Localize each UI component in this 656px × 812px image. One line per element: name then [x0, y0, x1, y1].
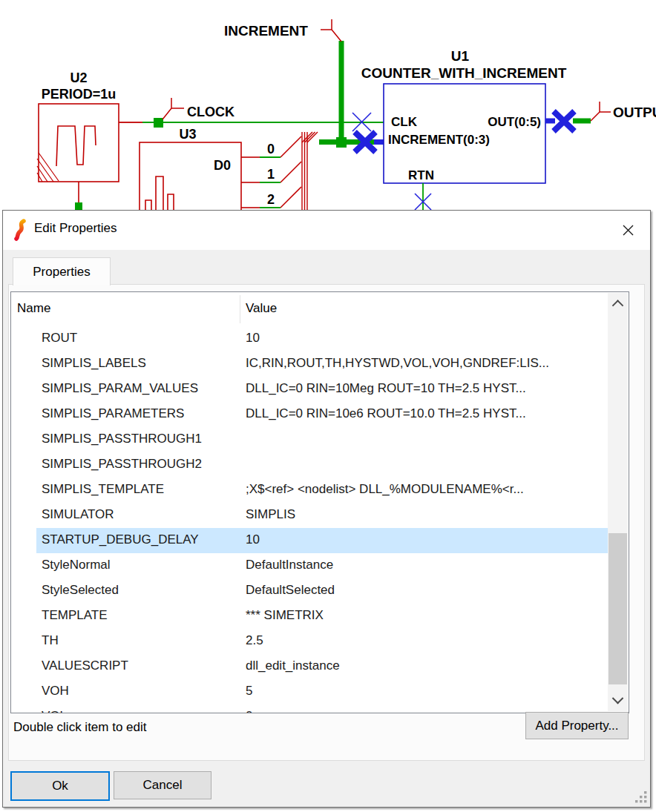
property-name: VALUESCRIPT: [42, 658, 128, 673]
table-row[interactable]: SIMPLIS_PARAM_VALUES DLL_IC=0 RIN=10Meg …: [11, 377, 609, 402]
table-row[interactable]: StyleNormal DefaultInstance: [11, 553, 609, 578]
tab-properties[interactable]: Properties: [13, 257, 111, 285]
close-icon: [623, 225, 634, 236]
chevron-up-icon: [612, 300, 624, 311]
dialog-titlebar[interactable]: Edit Properties: [3, 211, 650, 250]
rtn-wire: [415, 183, 431, 214]
property-name: STARTUP_DEBUG_DELAY: [42, 532, 199, 547]
row-highlight: [36, 326, 620, 351]
resize-grip[interactable]: [635, 791, 647, 803]
property-table: Name Value ROUT 10 SIMPLIS_LABELS IC,RIN…: [10, 291, 629, 713]
property-value: DLL_IC=0 RIN=10e6 ROUT=10.0 TH=2.5 HYST.…: [246, 406, 526, 421]
u1-pin-increment-label: INCREMENT(0:3): [388, 133, 490, 147]
property-name: ROUT: [42, 331, 77, 346]
property-name: TEMPLATE: [42, 608, 107, 623]
out-bus: [545, 111, 591, 131]
u3-ref-label: U3: [179, 127, 196, 142]
u1-name-label: COUNTER_WITH_INCREMENT: [361, 65, 567, 81]
cancel-button[interactable]: Cancel: [114, 771, 211, 799]
property-value: IC,RIN,ROUT,TH,HYSTWD,VOL,VOH,GNDREF:LIS…: [246, 356, 549, 371]
red-bus: [302, 132, 318, 214]
table-header[interactable]: Name Value: [11, 292, 629, 326]
property-name: VOL: [42, 709, 67, 713]
row-highlight: [36, 629, 620, 654]
wire-junction: [75, 202, 82, 210]
property-name: SIMPLIS_PASSTHROUGH2: [42, 457, 202, 472]
table-row[interactable]: StyleSelected DefaultSelected: [11, 578, 609, 604]
property-value: DLL_IC=0 RIN=10Meg ROUT=10 TH=2.5 HYST..…: [246, 381, 526, 396]
property-value: ;X$<ref> <nodelist> DLL_%MODULENAME%<r..…: [246, 482, 524, 497]
u1-ref-label: U1: [451, 48, 470, 64]
u1-pin-clk-label: CLK: [391, 115, 418, 129]
table-row[interactable]: SIMULATOR SIMPLIS: [11, 503, 609, 528]
row-highlight: [36, 679, 620, 704]
u2-param-label: PERIOD=1u: [42, 87, 117, 102]
property-rows: ROUT 10 SIMPLIS_LABELS IC,RIN,ROUT,TH,HY…: [11, 326, 609, 713]
property-name: VOH: [42, 684, 69, 699]
increment-net-label: INCREMENT: [224, 23, 308, 39]
property-value: SIMPLIS: [246, 507, 295, 522]
scroll-up-button[interactable]: [608, 293, 628, 315]
row-highlight: [36, 503, 620, 528]
column-header-value[interactable]: Value: [246, 301, 277, 316]
property-name: SIMULATOR: [42, 507, 114, 522]
u1-pin-out-label: OUT(0:5): [488, 115, 541, 129]
table-row[interactable]: SIMPLIS_PASSTHROUGH2: [11, 452, 609, 478]
component-u3: [140, 142, 241, 214]
bus-bit2-label: 2: [267, 192, 275, 207]
increment-terminal-icon: [321, 19, 341, 42]
property-value: 10: [246, 532, 260, 547]
table-row[interactable]: VOH 5: [11, 679, 609, 704]
property-value: *** SIMETRIX: [246, 608, 324, 623]
table-row[interactable]: STARTUP_DEBUG_DELAY 10: [11, 528, 609, 553]
property-value: dll_edit_instance: [246, 658, 340, 673]
property-name: TH: [42, 633, 59, 648]
close-button[interactable]: [617, 220, 638, 240]
property-name: SIMPLIS_PASSTHROUGH1: [42, 432, 202, 446]
dialog-title: Edit Properties: [34, 221, 117, 236]
add-property-button[interactable]: Add Property...: [525, 712, 629, 739]
ok-button[interactable]: Ok: [10, 771, 110, 801]
property-name: SIMPLIS_PARAM_VALUES: [42, 381, 198, 396]
chevron-down-icon: [612, 692, 624, 704]
property-value: 10: [246, 331, 260, 346]
bus-junction: [336, 137, 347, 148]
scroll-down-button[interactable]: [608, 689, 628, 711]
table-row[interactable]: TH 2.5: [11, 629, 609, 654]
u2-ref-label: U2: [70, 70, 87, 85]
table-row[interactable]: SIMPLIS_LABELS IC,RIN,ROUT,TH,HYSTWD,VOL…: [11, 351, 609, 377]
property-value: 2.5: [246, 633, 263, 648]
increment-bus: [319, 41, 380, 142]
scrollbar-thumb[interactable]: [609, 533, 627, 684]
simetrix-flame-icon: [12, 219, 28, 241]
column-divider: [240, 295, 240, 323]
u1-pin-rtn-label: RTN: [408, 168, 434, 182]
output-net-label: OUTPUT: [613, 105, 656, 120]
table-row[interactable]: VOL 0: [11, 704, 609, 713]
property-value: DefaultInstance: [246, 558, 333, 572]
u3-pin-d0-label: D0: [214, 158, 231, 173]
property-name: StyleNormal: [42, 558, 111, 572]
property-name: StyleSelected: [42, 583, 119, 598]
clock-terminal-icon: [163, 98, 184, 119]
vertical-scrollbar[interactable]: [608, 293, 628, 711]
table-row[interactable]: TEMPLATE *** SIMETRIX: [11, 604, 609, 629]
bus-bit0-label: 0: [267, 142, 275, 156]
table-row[interactable]: SIMPLIS_PARAMETERS DLL_IC=0 RIN=10e6 ROU…: [11, 402, 609, 427]
property-name: SIMPLIS_PARAMETERS: [42, 406, 184, 421]
table-row[interactable]: SIMPLIS_PASSTHROUGH1: [11, 427, 609, 452]
property-name: SIMPLIS_TEMPLATE: [42, 482, 164, 497]
edit-properties-dialog: Edit Properties Properties Name Value RO…: [2, 210, 651, 808]
component-u2: [37, 104, 119, 207]
hint-text: Double click item to edit: [13, 720, 147, 735]
table-row[interactable]: SIMPLIS_TEMPLATE ;X$<ref> <nodelist> DLL…: [11, 478, 609, 503]
schematic-canvas: U2 PERIOD=1u CLOCK U3 D0 0 1 2: [0, 0, 656, 215]
property-name: SIMPLIS_LABELS: [42, 356, 146, 371]
output-terminal-icon: [591, 102, 611, 121]
column-header-name[interactable]: Name: [17, 301, 50, 316]
property-value: 5: [246, 684, 252, 699]
table-row[interactable]: ROUT 10: [11, 326, 609, 351]
clock-net-label: CLOCK: [187, 105, 234, 119]
table-row[interactable]: VALUESCRIPT dll_edit_instance: [11, 654, 609, 679]
row-highlight: [36, 604, 620, 629]
